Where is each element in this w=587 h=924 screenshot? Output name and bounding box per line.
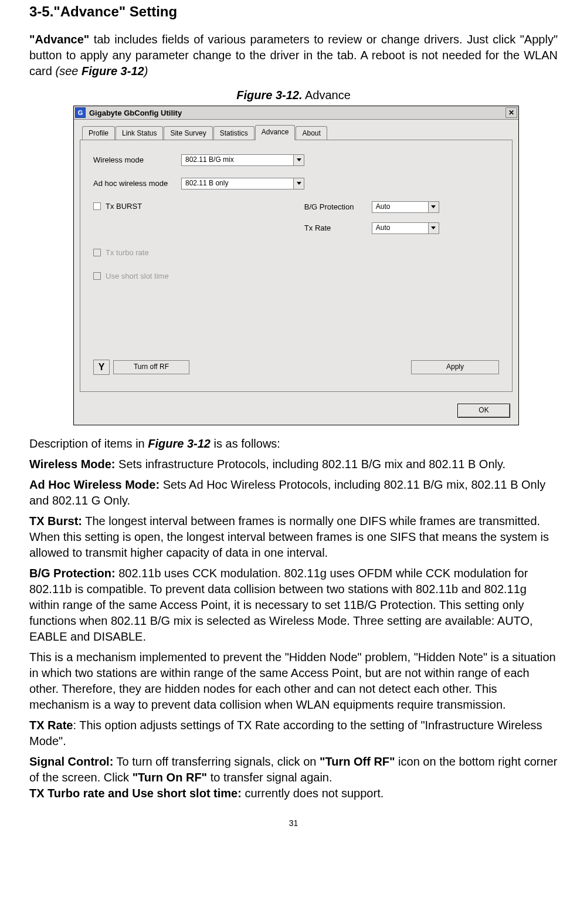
description-tx-burst: TX Burst: The longest interval between f… — [29, 513, 558, 561]
chevron-down-icon[interactable] — [293, 178, 304, 189]
description-intro: Description of items in Figure 3-12 is a… — [29, 436, 558, 452]
window-title: Gigabyte GbConfig Utility — [89, 108, 505, 119]
tx-rate-value: Auto — [372, 223, 428, 233]
advance-tab-panel: Wireless mode 802.11 B/G mix Ad hoc wire… — [80, 140, 513, 392]
chevron-down-icon[interactable] — [428, 202, 439, 212]
description-tx-rate: TX Rate: This option adjusts settings of… — [29, 717, 558, 749]
description-adhoc: Ad Hoc Wireless Mode: Sets Ad Hoc Wirele… — [29, 477, 558, 509]
tab-link-status[interactable]: Link Status — [116, 126, 163, 140]
bg-protection-value: Auto — [372, 202, 428, 212]
tx-turbo-checkbox — [93, 249, 101, 256]
close-icon[interactable]: ✕ — [505, 107, 517, 118]
tab-advance[interactable]: Advance — [255, 125, 296, 140]
wireless-mode-select[interactable]: 802.11 B/G mix — [181, 154, 304, 166]
bg-protection-select[interactable]: Auto — [372, 201, 439, 213]
tx-burst-checkbox[interactable] — [93, 202, 101, 210]
adhoc-mode-label: Ad hoc wireless mode — [93, 178, 181, 189]
description-bg-protection: B/G Protection: 802.11b uses CCK modulat… — [29, 566, 558, 645]
adhoc-mode-value: 802.11 B only — [182, 178, 293, 189]
tx-burst-label: Tx BURST — [106, 201, 142, 212]
bg-protection-label: B/G Protection — [304, 202, 372, 212]
page-number: 31 — [29, 818, 558, 829]
section-heading: 3-5."Advance" Setting — [29, 2, 558, 21]
app-icon: G — [75, 107, 86, 118]
apply-button[interactable]: Apply — [411, 360, 499, 374]
app-window: G Gigabyte GbConfig Utility ✕ Profile Li… — [73, 106, 519, 425]
ok-button[interactable]: OK — [457, 404, 510, 418]
description-hidden-node: This is a mechanism implemented to preve… — [29, 649, 558, 713]
tx-rate-select[interactable]: Auto — [372, 222, 439, 234]
wireless-mode-label: Wireless mode — [93, 155, 181, 165]
intro-paragraph: "Advance" tab includes fields of various… — [29, 32, 558, 79]
titlebar: G Gigabyte GbConfig Utility ✕ — [74, 106, 518, 120]
figure-caption: Figure 3-12. Advance — [29, 87, 558, 103]
tab-site-survey[interactable]: Site Survey — [164, 126, 212, 140]
tab-profile[interactable]: Profile — [82, 126, 115, 140]
chevron-down-icon[interactable] — [293, 155, 304, 165]
chevron-down-icon[interactable] — [428, 223, 439, 233]
figure-caption-text: Advance — [302, 89, 350, 101]
description-wireless-mode: Wireless Mode: Sets infrastructure Proto… — [29, 456, 558, 472]
tx-turbo-label: Tx turbo rate — [106, 248, 149, 258]
wireless-mode-value: 802.11 B/G mix — [182, 155, 293, 165]
rf-antenna-icon: Y — [93, 360, 110, 375]
short-slot-checkbox — [93, 272, 101, 280]
tab-about[interactable]: About — [296, 126, 327, 140]
tab-row: Profile Link Status Site Survey Statisti… — [82, 124, 513, 139]
description-signal-control: Signal Control: To turn off transferring… — [29, 754, 558, 801]
figure-caption-label: Figure 3-12. — [236, 89, 302, 101]
tx-rate-label: Tx Rate — [304, 223, 372, 233]
adhoc-mode-select[interactable]: 802.11 B only — [181, 178, 304, 189]
tab-statistics[interactable]: Statistics — [213, 126, 255, 140]
turn-off-rf-button[interactable]: Turn off RF — [113, 360, 189, 374]
short-slot-label: Use short slot time — [106, 271, 169, 282]
